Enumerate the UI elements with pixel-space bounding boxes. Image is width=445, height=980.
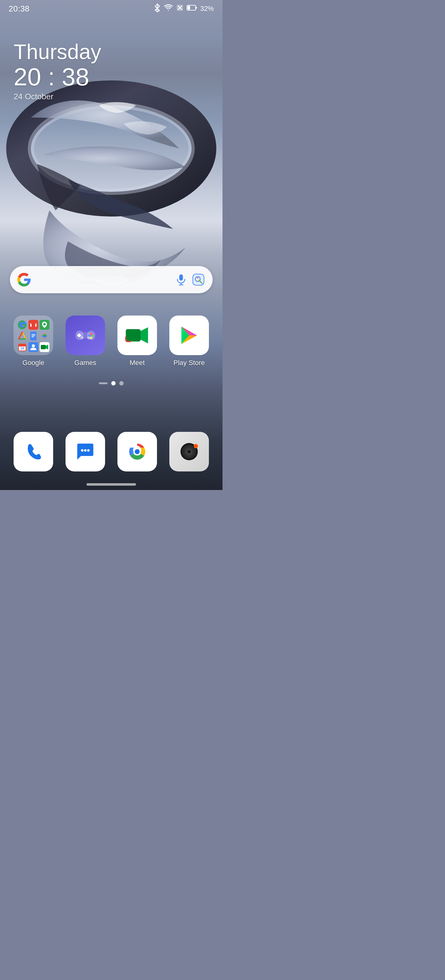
playstore-label: Play Store	[173, 359, 205, 367]
bluetooth-icon	[154, 3, 161, 14]
svg-point-44	[90, 337, 92, 339]
dock-item-camera[interactable]	[166, 432, 212, 471]
clock-day: Thursday	[14, 40, 101, 64]
folder-mini-contacts	[29, 342, 38, 352]
svg-text:24: 24	[21, 347, 24, 350]
svg-point-18	[43, 323, 46, 325]
svg-point-60	[187, 450, 191, 453]
folder-mini-m	[29, 320, 38, 330]
search-input[interactable]	[31, 266, 174, 293]
svg-rect-26	[32, 337, 34, 337]
clock-date: 24 October	[14, 92, 101, 102]
indicator-dot-1[interactable]	[111, 381, 116, 385]
svg-point-55	[135, 449, 140, 454]
svg-rect-6	[188, 6, 190, 10]
games-icon[interactable]	[65, 315, 105, 355]
svg-point-45	[80, 336, 84, 339]
mute-icon	[176, 4, 184, 13]
folder-mini-drive	[17, 331, 27, 341]
svg-point-52	[87, 449, 90, 452]
google-g-logo	[17, 273, 31, 286]
svg-rect-47	[126, 329, 141, 342]
app-item-google[interactable]: 24 Google	[10, 315, 57, 367]
indicator-dot-2[interactable]	[119, 381, 124, 385]
folder-mini-maps	[40, 320, 49, 330]
svg-point-42	[92, 335, 94, 337]
play-store-icon[interactable]	[169, 315, 209, 355]
folder-mini-calendar: 24	[17, 342, 27, 352]
app-item-playstore[interactable]: Play Store	[166, 315, 212, 367]
indicator-line	[99, 382, 108, 384]
search-mic-button[interactable]	[174, 273, 188, 286]
battery-icon	[187, 4, 197, 13]
svg-point-51	[84, 449, 87, 452]
phone-icon[interactable]	[14, 432, 53, 471]
svg-rect-7	[196, 7, 197, 9]
svg-point-46	[87, 336, 90, 339]
status-time: 20:38	[9, 4, 30, 14]
messages-icon[interactable]	[65, 432, 105, 471]
search-bar[interactable]	[10, 266, 212, 293]
camera-icon[interactable]	[169, 432, 209, 471]
status-bar: 20:38	[0, 0, 223, 18]
status-icons: 32%	[154, 3, 214, 14]
folder-mini-meet	[40, 342, 49, 352]
dock-item-phone[interactable]	[10, 432, 57, 471]
wifi-icon	[164, 4, 173, 13]
app-grid: 24 Google	[10, 315, 212, 367]
svg-rect-40	[78, 334, 80, 337]
app-item-games[interactable]: Games	[62, 315, 109, 367]
svg-point-14	[197, 277, 198, 278]
clock-widget: Thursday 20 : 38 24 October	[14, 40, 101, 102]
folder-mini-docs	[29, 331, 38, 341]
folder-mini-photos	[40, 331, 49, 341]
svg-rect-8	[179, 274, 183, 281]
app-item-meet[interactable]: Meet	[114, 315, 161, 367]
search-lens-button[interactable]	[192, 273, 205, 286]
svg-point-41	[90, 333, 92, 335]
meet-label: Meet	[130, 359, 145, 367]
svg-rect-25	[32, 335, 35, 336]
svg-point-15	[198, 280, 200, 281]
svg-rect-29	[19, 345, 26, 347]
svg-point-50	[81, 449, 84, 452]
google-folder-icon[interactable]: 24	[14, 315, 53, 355]
meet-icon[interactable]	[117, 315, 157, 355]
folder-mini-g	[17, 320, 27, 330]
battery-percentage: 32%	[200, 5, 214, 13]
google-folder-label: Google	[22, 359, 44, 367]
svg-rect-16	[29, 320, 38, 330]
dock-item-messages[interactable]	[62, 432, 109, 471]
games-label: Games	[74, 359, 97, 367]
home-indicator[interactable]	[87, 483, 136, 486]
dock-item-chrome[interactable]	[114, 432, 161, 471]
svg-point-32	[32, 344, 35, 347]
svg-rect-24	[32, 334, 35, 335]
dock	[10, 432, 212, 471]
svg-point-62	[195, 445, 197, 447]
svg-rect-34	[41, 345, 46, 349]
svg-line-22	[19, 332, 22, 339]
page-indicators	[99, 381, 124, 385]
clock-time: 20 : 38	[14, 64, 101, 91]
chrome-icon[interactable]	[117, 432, 157, 471]
svg-marker-48	[141, 327, 148, 344]
